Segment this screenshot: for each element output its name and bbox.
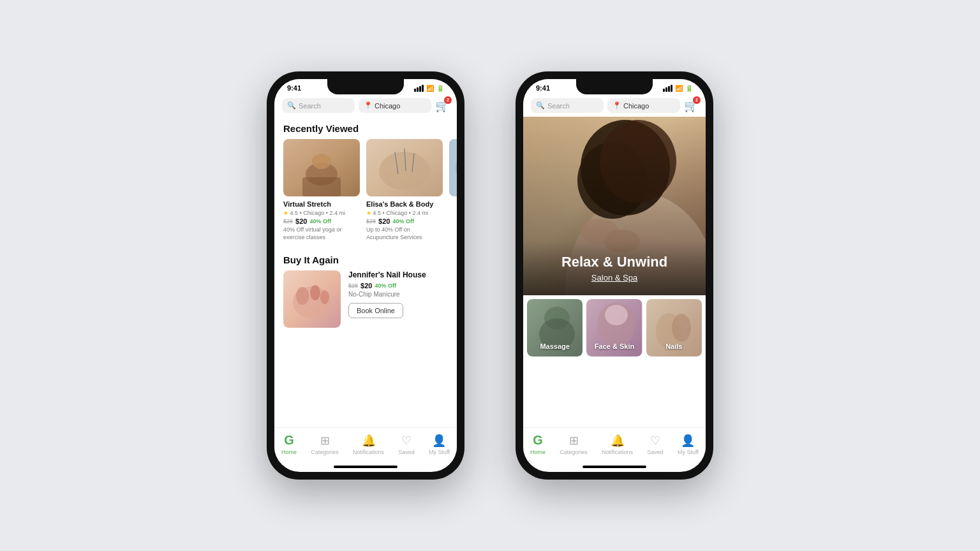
phones-container: 9:41 📶 🔋 🔍 Search: [267, 71, 713, 480]
recently-viewed-title: Recently Viewed: [274, 117, 457, 139]
bottom-nav-1: G Home ⊞ Categories 🔔 Notifications ♡ Sa…: [274, 427, 457, 463]
location-pin-icon-1: 📍: [364, 101, 373, 110]
buy-again-img: [283, 270, 341, 328]
face-skin-label: Face & Skin: [595, 342, 634, 350]
search-icon-1: 🔍: [287, 101, 296, 110]
nav-saved-label-1: Saved: [398, 449, 415, 455]
location-text-1: Chicago: [375, 102, 400, 110]
hero-title: Relax & Unwind: [536, 254, 693, 270]
nav-home-label-2: Home: [530, 449, 546, 455]
svg-rect-3: [302, 177, 341, 196]
buy-again-name: Jennifer's Nail House: [348, 270, 448, 279]
cart-button-2[interactable]: 🛒 2: [684, 99, 698, 113]
home-g-icon-2: G: [533, 433, 543, 448]
nav-mystuff-label-2: My Stuff: [678, 449, 699, 455]
cart-button-1[interactable]: 🛒 2: [435, 99, 449, 113]
phone-2-inner: 9:41 📶 🔋 🔍 Search: [523, 79, 706, 472]
book-online-button[interactable]: Book Online: [348, 303, 403, 318]
search-field-1[interactable]: 🔍 Search: [282, 98, 355, 113]
category-tiles: Massage: [523, 295, 706, 360]
search-placeholder-1: Search: [299, 102, 321, 110]
nav-saved-label-2: Saved: [647, 449, 664, 455]
location-text-2: Chicago: [623, 102, 649, 110]
status-icons-1: 📶 🔋: [414, 85, 444, 92]
nav-notifications-2[interactable]: 🔔 Notifications: [602, 434, 633, 455]
svg-point-13: [296, 287, 309, 305]
hero-banner: Relax & Unwind Salon & Spa: [523, 117, 706, 295]
svg-point-14: [310, 285, 320, 300]
home-bar-2: [583, 466, 646, 468]
buy-again-title: Buy It Again: [274, 248, 457, 270]
phone-1-content: Recently Viewed: [274, 117, 457, 427]
nav-saved-1[interactable]: ♡ Saved: [398, 434, 415, 455]
card-virtual-stretch[interactable]: Virtual Stretch ★ 4.5 • Chicago • 2.4 mi…: [283, 139, 360, 242]
hero-overlay: Relax & Unwind Salon & Spa: [523, 241, 706, 295]
cart-badge-1: 2: [444, 96, 452, 104]
nav-home-1[interactable]: G Home: [281, 433, 297, 455]
card-meta-2: ★ 4.5 • Chicago • 2.4 mi: [366, 210, 443, 216]
search-placeholder-2: Search: [547, 102, 570, 110]
notifications-icon-1: 🔔: [362, 434, 376, 448]
location-field-2[interactable]: 📍 Chicago: [607, 98, 680, 113]
wifi-icon-2: 📶: [675, 85, 683, 92]
nav-saved-2[interactable]: ♡ Saved: [647, 434, 664, 455]
nav-home-label-1: Home: [281, 449, 297, 455]
search-bar-1: 🔍 Search 📍 Chicago 🛒 2: [274, 94, 457, 117]
mystuff-icon-1: 👤: [432, 434, 446, 448]
location-pin-icon-2: 📍: [612, 101, 621, 110]
bottom-nav-2: G Home ⊞ Categories 🔔 Notifications ♡ Sa…: [523, 427, 706, 463]
card-elisas[interactable]: Elisa's Back & Body ★ 4.5 • Chicago • 2.…: [366, 139, 443, 242]
card-partial[interactable]: [449, 139, 457, 242]
card-name-1: Virtual Stretch: [283, 200, 360, 209]
notifications-icon-2: 🔔: [611, 434, 625, 448]
nav-mystuff-1[interactable]: 👤 My Stuff: [429, 434, 450, 455]
phone-1: 9:41 📶 🔋 🔍 Search: [267, 71, 464, 480]
svg-point-5: [379, 152, 430, 190]
mystuff-icon-2: 👤: [681, 434, 695, 448]
card-meta-1: ★ 4.5 • Chicago • 2.4 mi: [283, 210, 360, 216]
nav-home-2[interactable]: G Home: [530, 433, 546, 455]
status-time-1: 9:41: [287, 84, 301, 92]
hero-subtitle[interactable]: Salon & Spa: [536, 273, 693, 283]
search-icon-2: 🔍: [536, 101, 545, 110]
cat-tile-massage[interactable]: Massage: [527, 299, 583, 356]
nav-categories-2[interactable]: ⊞ Categories: [560, 434, 588, 455]
svg-point-2: [312, 154, 331, 169]
card-img-partial: [449, 139, 457, 196]
nav-categories-1[interactable]: ⊞ Categories: [311, 434, 339, 455]
location-field-1[interactable]: 📍 Chicago: [359, 98, 431, 113]
categories-icon-2: ⊞: [569, 434, 579, 448]
phone-1-inner: 9:41 📶 🔋 🔍 Search: [274, 79, 457, 472]
nav-categories-label-1: Categories: [311, 449, 339, 455]
cat-tile-face-skin[interactable]: Face & Skin: [586, 299, 642, 356]
nails-label: Nails: [665, 342, 682, 350]
cat-tile-nails[interactable]: Nails: [646, 299, 702, 356]
massage-label: Massage: [540, 342, 569, 350]
nav-mystuff-2[interactable]: 👤 My Stuff: [678, 434, 699, 455]
categories-icon-1: ⊞: [320, 434, 330, 448]
card-desc-2: Up to 40% Off on Acupuncture Services: [366, 226, 443, 241]
search-bar-2: 🔍 Search 📍 Chicago 🛒 2: [523, 94, 706, 117]
nav-mystuff-label-1: My Stuff: [429, 449, 450, 455]
saved-icon-2: ♡: [650, 434, 660, 448]
svg-point-32: [672, 314, 691, 342]
search-field-2[interactable]: 🔍 Search: [531, 98, 604, 113]
svg-point-15: [320, 290, 329, 304]
status-icons-2: 📶 🔋: [663, 85, 693, 92]
recently-viewed-cards: Virtual Stretch ★ 4.5 • Chicago • 2.4 mi…: [274, 139, 457, 248]
nav-notifications-1[interactable]: 🔔 Notifications: [353, 434, 384, 455]
wifi-icon-1: 📶: [426, 85, 434, 92]
notch-2: [576, 79, 653, 94]
nav-notifications-label-1: Notifications: [353, 449, 384, 455]
card-name-2: Elisa's Back & Body: [366, 200, 443, 209]
buy-again-item: Jennifer's Nail House $28 $20 40% Off No…: [274, 270, 457, 337]
cart-badge-2: 2: [693, 96, 701, 104]
buy-again-info: Jennifer's Nail House $28 $20 40% Off No…: [348, 270, 448, 328]
card-img-yoga: [283, 139, 360, 196]
nav-categories-label-2: Categories: [560, 449, 588, 455]
signal-icon-1: [414, 85, 424, 92]
home-g-icon-1: G: [284, 433, 294, 448]
card-desc-1: 40% Off virtual yoga or exercise classes: [283, 226, 360, 241]
notch-1: [327, 79, 404, 94]
status-time-2: 9:41: [536, 84, 550, 92]
